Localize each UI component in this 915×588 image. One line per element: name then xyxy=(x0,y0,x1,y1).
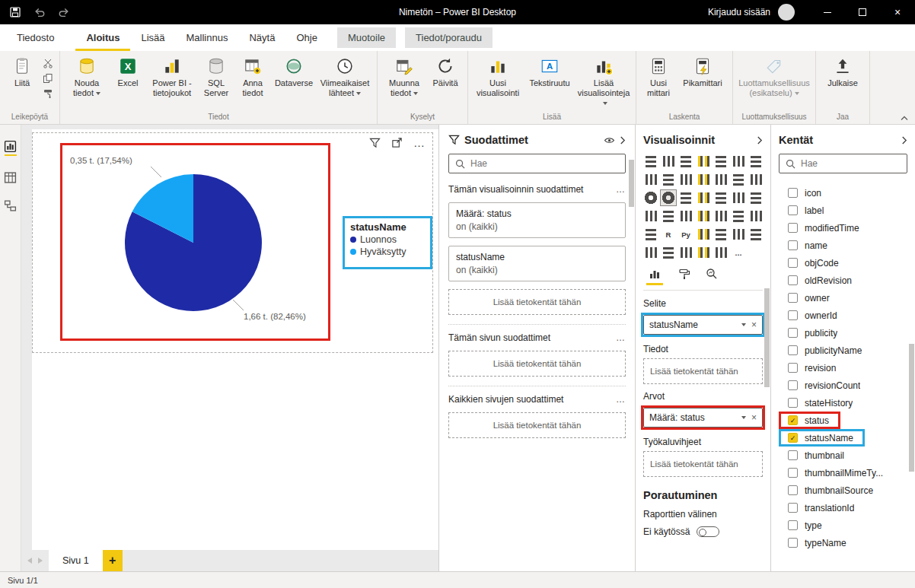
format-tab[interactable] xyxy=(678,268,690,285)
fields-search-box[interactable] xyxy=(779,154,907,173)
funnel-chart-icon[interactable] xyxy=(748,172,764,187)
analytics-tab[interactable] xyxy=(706,268,718,285)
drillthrough-toggle[interactable] xyxy=(697,526,719,537)
quick-measure-button[interactable]: Pikamittari xyxy=(677,55,728,90)
area-chart-icon[interactable] xyxy=(643,172,658,187)
key-influencers-icon[interactable] xyxy=(696,227,711,242)
field-row[interactable]: oldRevision xyxy=(779,272,852,289)
all-pages-filters-drop-area[interactable]: Lisää tietokentät tähän xyxy=(448,412,626,438)
field-checkbox[interactable] xyxy=(788,398,798,408)
chevron-down-icon[interactable] xyxy=(741,323,746,326)
text-box-button[interactable]: A Tekstiruutu xyxy=(524,55,575,90)
field-checkbox[interactable] xyxy=(788,433,798,443)
azure-map-icon[interactable] xyxy=(643,208,658,224)
pie-chart-visual[interactable]: 0,35 t. (17,54%) 1,66 t. (82,46%) xyxy=(60,143,330,341)
field-row[interactable]: name xyxy=(779,237,827,254)
field-checkbox[interactable] xyxy=(788,293,798,303)
page-filters-drop-area[interactable]: Lisää tietokentät tähän xyxy=(448,351,626,377)
fields-scrollbar[interactable] xyxy=(909,344,914,472)
selected-visual-frame[interactable]: … 0,35 t. (17,54%) 1,66 t. (82,46%) stat xyxy=(32,132,433,353)
sign-in-button[interactable]: Kirjaudu sisään xyxy=(708,7,770,17)
scatter-chart-icon[interactable] xyxy=(643,190,658,205)
legend-well-chip[interactable]: statusName × xyxy=(643,315,763,335)
minimize-button[interactable] xyxy=(810,0,845,24)
more-visuals-icon[interactable]: … xyxy=(731,245,746,260)
field-checkbox[interactable] xyxy=(788,363,798,373)
add-page-button[interactable]: + xyxy=(103,550,123,571)
field-checkbox[interactable] xyxy=(788,188,798,198)
filled-map-icon[interactable] xyxy=(731,190,746,205)
cut-button[interactable] xyxy=(43,58,53,68)
field-row[interactable]: ownerId xyxy=(779,307,837,324)
ribbon-chart-icon[interactable] xyxy=(713,172,728,187)
field-row[interactable]: publicityName xyxy=(779,342,862,359)
legend-item[interactable]: Luonnos xyxy=(350,234,425,245)
stacked-area-chart-icon[interactable] xyxy=(661,172,676,187)
ribbon-tab[interactable]: Näytä xyxy=(238,24,285,51)
redo-icon[interactable] xyxy=(58,6,70,18)
field-row[interactable]: statusName xyxy=(779,429,865,447)
field-checkbox[interactable] xyxy=(788,275,798,285)
slicer-icon[interactable] xyxy=(731,208,746,224)
data-view-button[interactable] xyxy=(4,171,17,184)
field-checkbox[interactable] xyxy=(788,328,798,338)
dataverse-button[interactable]: Dataverse xyxy=(272,55,316,90)
more-options-icon[interactable]: … xyxy=(616,394,626,405)
hundred-stacked-bar-chart-icon[interactable] xyxy=(713,154,728,169)
power-bi-datasets-button[interactable]: Power BI -tietojoukot xyxy=(147,55,197,100)
field-checkbox[interactable] xyxy=(788,450,798,460)
ribbon-tab[interactable]: Ohje xyxy=(285,24,327,51)
collapse-visualizations-icon[interactable] xyxy=(757,135,763,145)
tooltips-well-drop-area[interactable]: Lisää tietokentät tähän xyxy=(643,451,763,477)
undo-icon[interactable] xyxy=(33,6,46,18)
clustered-column-chart-icon[interactable] xyxy=(696,154,711,169)
new-visual-button[interactable]: Uusi visualisointi xyxy=(473,55,523,100)
qa-visual-icon[interactable] xyxy=(731,227,746,242)
excel-button[interactable]: X Excel xyxy=(110,55,145,90)
previous-page-icon[interactable] xyxy=(27,558,32,564)
field-row[interactable]: modifiedTime xyxy=(779,219,859,237)
field-checkbox[interactable] xyxy=(788,223,798,233)
kpi-icon[interactable] xyxy=(713,208,728,224)
power-apps-visual-icon[interactable] xyxy=(678,245,693,260)
values-well-chip[interactable]: Määrä: status × xyxy=(643,408,763,427)
field-row[interactable]: typeName xyxy=(779,534,846,551)
field-row[interactable]: thumbnailSource xyxy=(779,482,873,499)
field-checkbox[interactable] xyxy=(788,468,798,478)
field-row[interactable]: thumbnail xyxy=(779,447,844,464)
field-row[interactable]: revision xyxy=(779,359,836,377)
transform-data-button[interactable]: Muunna tiedot xyxy=(382,55,426,100)
contextual-tab[interactable]: Tiedot/poraudu xyxy=(405,27,493,48)
smart-narrative-icon[interactable] xyxy=(748,227,764,242)
legend-item[interactable]: Hyväksytty xyxy=(350,246,425,257)
field-checkbox[interactable] xyxy=(788,503,798,513)
multi-row-card-icon[interactable] xyxy=(696,208,711,224)
refresh-button[interactable]: Päivitä xyxy=(428,55,463,90)
filters-scrollbar[interactable] xyxy=(629,160,634,207)
clustered-bar-chart-icon[interactable] xyxy=(678,154,693,169)
line-chart-icon[interactable] xyxy=(748,154,764,169)
ribbon-tab[interactable]: Mallinnus xyxy=(176,24,239,51)
field-checkbox[interactable] xyxy=(788,205,798,215)
filters-search-box[interactable] xyxy=(448,154,626,173)
field-checkbox[interactable] xyxy=(788,485,798,495)
tab-file[interactable]: Tiedosto xyxy=(6,24,65,51)
field-checkbox[interactable] xyxy=(788,240,798,250)
eye-icon[interactable] xyxy=(604,136,615,145)
chevron-down-icon[interactable] xyxy=(741,416,746,419)
more-visuals-button[interactable]: Lisää visualisointeja xyxy=(576,55,631,110)
ribbon-tab[interactable]: Lisää xyxy=(130,24,175,51)
details-well-drop-area[interactable]: Lisää tietokentät tähän xyxy=(643,358,763,384)
sensitivity-button[interactable]: Luottamuksellisuus (esikatselu) xyxy=(738,55,811,100)
collapse-fields-icon[interactable] xyxy=(901,135,907,145)
report-page[interactable]: … 0,35 t. (17,54%) 1,66 t. (82,46%) stat xyxy=(32,129,438,550)
fields-search-input[interactable] xyxy=(801,158,901,169)
format-painter-button[interactable] xyxy=(43,88,53,99)
page-tab-active[interactable]: Sivu 1 xyxy=(49,550,103,571)
field-row[interactable]: objCode xyxy=(779,254,839,272)
remove-field-icon[interactable]: × xyxy=(751,412,757,423)
next-page-icon[interactable] xyxy=(38,558,43,564)
field-checkbox[interactable] xyxy=(788,538,798,548)
new-measure-button[interactable]: Uusi mittari xyxy=(641,55,676,100)
metrics-visual-icon[interactable] xyxy=(713,245,728,260)
